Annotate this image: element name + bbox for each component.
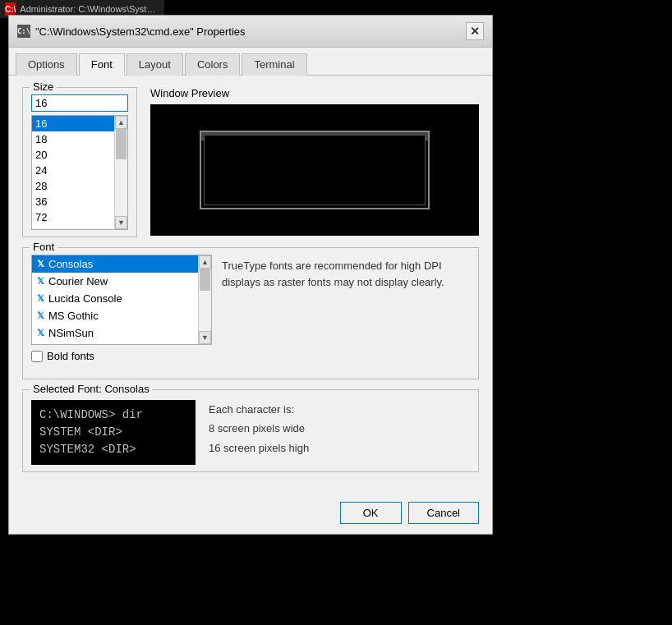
size-item-20[interactable]: 20: [32, 147, 114, 163]
font-group-label: Font: [30, 241, 58, 253]
preview-label: Window Preview: [150, 87, 479, 99]
size-input[interactable]: [31, 94, 128, 112]
scroll-track[interactable]: [115, 129, 127, 216]
tab-colors[interactable]: Colors: [185, 53, 241, 76]
bold-checkbox-area: Bold fonts: [31, 350, 212, 362]
size-item-72[interactable]: 72: [32, 209, 114, 225]
preview-section: Window Preview: [150, 87, 479, 237]
preview-window-inner: [204, 135, 426, 205]
font-list-area: 𝕏 Consolas 𝕏 Courier New 𝕏 Lucida Consol…: [31, 255, 212, 362]
dialog-title: "C:\Windows\System32\cmd.exe" Properties: [35, 25, 466, 38]
tab-options[interactable]: Options: [16, 53, 77, 76]
font-listbox[interactable]: 𝕏 Consolas 𝕏 Courier New 𝕏 Lucida Consol…: [31, 255, 212, 345]
font-preview-box: C:\WINDOWS> dir SYSTEM <DIR> SYSTEM32 <D…: [31, 400, 196, 465]
preview-window: [200, 131, 430, 209]
font-truetype-icon-consolas: 𝕏: [37, 259, 44, 269]
font-item-label-msgothic: MS Gothic: [48, 310, 99, 322]
font-scrollbar[interactable]: ▲ ▼: [198, 255, 211, 344]
selected-font-section: Selected Font: Consolas C:\WINDOWS> dir …: [22, 389, 479, 472]
selected-font-content: C:\WINDOWS> dir SYSTEM <DIR> SYSTEM32 <D…: [31, 400, 470, 465]
font-list-inner: 𝕏 Consolas 𝕏 Courier New 𝕏 Lucida Consol…: [32, 255, 198, 344]
font-truetype-icon-nsimsun: 𝕏: [37, 328, 44, 338]
bold-fonts-checkbox[interactable]: [31, 351, 43, 362]
tab-layout[interactable]: Layout: [127, 53, 183, 76]
dialog-body: Size 16 18 20 24 28 36 72 ▲: [9, 76, 492, 495]
preview-box: [150, 104, 479, 236]
font-metrics: Each character is: 8 screen pixels wide …: [209, 400, 309, 465]
bold-fonts-label: Bold fonts: [47, 350, 94, 362]
preview-line-3: SYSTEM32 <DIR>: [39, 441, 187, 458]
font-item-courier[interactable]: 𝕏 Courier New: [32, 273, 198, 290]
dialog-titlebar-icon: C:\: [17, 25, 30, 38]
scroll-down-arrow[interactable]: ▼: [115, 216, 127, 229]
cmd-icon: C:\: [5, 2, 16, 16]
scroll-thumb: [116, 129, 127, 159]
size-group: Size 16 18 20 24 28 36 72 ▲: [22, 87, 137, 237]
font-item-label-courier: Courier New: [48, 275, 108, 287]
selected-font-label: Selected Font: Consolas: [30, 383, 153, 395]
font-truetype-icon-msgothic: 𝕏: [37, 310, 44, 321]
font-scroll-thumb: [200, 269, 210, 291]
ok-button[interactable]: OK: [340, 502, 402, 524]
preview-line-2: SYSTEM <DIR>: [39, 424, 187, 441]
font-scroll-up[interactable]: ▲: [199, 255, 211, 269]
font-item-label-nsimsun: NSimSun: [48, 327, 94, 339]
font-group: Font 𝕏 Consolas 𝕏 Courier New: [22, 247, 479, 379]
size-item-36[interactable]: 36: [32, 194, 114, 209]
cancel-button[interactable]: Cancel: [408, 502, 479, 524]
font-item-label-consolas: Consolas: [48, 258, 93, 270]
font-item-lucida[interactable]: 𝕏 Lucida Console: [32, 290, 198, 307]
font-item-msgothic[interactable]: 𝕏 MS Gothic: [32, 307, 198, 324]
tabs-bar: Options Font Layout Colors Terminal: [9, 48, 492, 76]
size-scrollbar[interactable]: ▲ ▼: [114, 116, 127, 229]
dialog-close-button[interactable]: ✕: [466, 22, 484, 40]
size-item-18[interactable]: 18: [32, 131, 114, 147]
font-scroll-track[interactable]: [199, 269, 211, 331]
font-item-label-lucida: Lucida Console: [48, 292, 122, 305]
metrics-width: 8 screen pixels wide: [209, 419, 309, 438]
preview-line-1: C:\WINDOWS> dir: [39, 407, 187, 424]
metrics-height: 16 screen pixels high: [209, 439, 309, 457]
font-truetype-icon-courier: 𝕏: [37, 276, 44, 287]
size-listbox[interactable]: 16 18 20 24 28 36 72 ▲ ▼: [31, 115, 128, 230]
properties-dialog: C:\ "C:\Windows\System32\cmd.exe" Proper…: [8, 15, 493, 535]
font-scroll-down[interactable]: ▼: [199, 331, 211, 344]
font-section-inner: 𝕏 Consolas 𝕏 Courier New 𝕏 Lucida Consol…: [31, 255, 470, 362]
dialog-buttons: OK Cancel: [9, 495, 492, 534]
scroll-up-arrow[interactable]: ▲: [115, 116, 127, 129]
size-group-label: Size: [30, 80, 57, 93]
metrics-label: Each character is:: [209, 400, 309, 419]
font-item-consolas[interactable]: 𝕏 Consolas: [32, 255, 198, 273]
tab-terminal[interactable]: Terminal: [242, 53, 306, 76]
font-item-nsimsun[interactable]: 𝕏 NSimSun: [32, 324, 198, 342]
cmd-title-text: Administrator: C:\Windows\System32\cmd.e…: [20, 4, 159, 14]
font-description: TrueType fonts are recommended for high …: [222, 255, 470, 362]
tab-font[interactable]: Font: [79, 53, 125, 76]
size-item-28[interactable]: 28: [32, 178, 114, 194]
dialog-titlebar: C:\ "C:\Windows\System32\cmd.exe" Proper…: [9, 16, 492, 48]
size-item-24[interactable]: 24: [32, 163, 114, 178]
size-item-16[interactable]: 16: [32, 116, 114, 131]
font-truetype-icon-lucida: 𝕏: [37, 293, 44, 304]
top-section: Size 16 18 20 24 28 36 72 ▲: [22, 87, 479, 237]
